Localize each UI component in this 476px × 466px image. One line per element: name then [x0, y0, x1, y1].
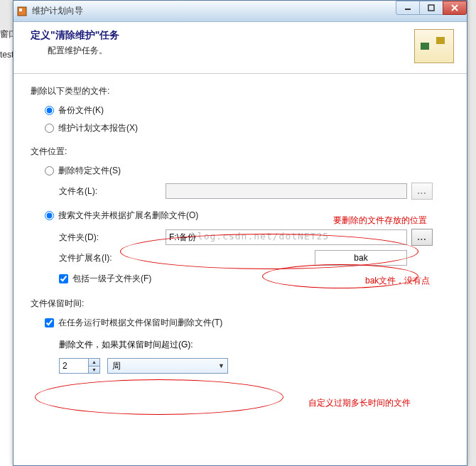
wizard-title: 定义"清除维护"任务: [31, 29, 119, 42]
wizard-icon: [414, 29, 454, 63]
age-number-input[interactable]: [60, 359, 88, 373]
browse-filename-button: ...: [411, 183, 433, 200]
filename-input: [166, 183, 407, 199]
annotation-text-age: 自定义过期多长时间的文件: [308, 397, 411, 409]
section-location-label: 文件位置:: [31, 146, 450, 158]
minimize-button[interactable]: [396, 1, 420, 15]
window-title: 维护计划向导: [32, 5, 83, 17]
checkbox-include-subfolder-label: 包括一级子文件夹(F): [72, 273, 151, 285]
bg-fragment-test: test: [0, 50, 13, 60]
radio-search-folder-label: 搜索文件夹并根据扩展名删除文件(O): [58, 210, 198, 222]
dialog-window: 维护计划向导 定义"清除维护"任务 配置维护任务。 删除以下类型的文件: 备份文…: [13, 0, 467, 466]
age-unit-select[interactable]: 周 ▼: [107, 358, 228, 374]
titlebar: 维护计划向导: [13, 1, 467, 22]
annotation-ellipse-age: [35, 379, 283, 415]
threshold-label: 删除文件，如果其保留时间超过(G):: [59, 339, 450, 351]
folder-label: 文件夹(D):: [59, 232, 166, 244]
ext-input[interactable]: [315, 250, 407, 266]
dialog-content: 删除以下类型的文件: 备份文件(K) 维护计划文本报告(X) 文件位置: 删除特…: [13, 74, 467, 385]
checkbox-delete-by-age[interactable]: [45, 318, 54, 327]
svg-rect-3: [428, 5, 434, 11]
chevron-down-icon: ▼: [218, 362, 225, 369]
radio-backup-file[interactable]: [45, 106, 54, 115]
wizard-header: 定义"清除维护"任务 配置维护任务。: [13, 22, 467, 74]
app-icon: [16, 6, 28, 17]
radio-report-file[interactable]: [45, 124, 54, 133]
section-retain-label: 文件保留时间:: [31, 298, 450, 310]
age-number-spinner[interactable]: ▲ ▼: [59, 358, 100, 374]
spinner-up-icon[interactable]: ▲: [89, 359, 99, 367]
close-button[interactable]: [443, 1, 467, 15]
ext-label: 文件扩展名(I):: [59, 252, 166, 264]
spinner-down-icon[interactable]: ▼: [89, 367, 99, 374]
svg-rect-1: [19, 9, 22, 11]
checkbox-delete-by-age-label: 在任务运行时根据文件保留时间删除文件(T): [58, 317, 222, 329]
checkbox-include-subfolder[interactable]: [59, 274, 68, 283]
filename-label: 文件名(L):: [59, 185, 166, 197]
browse-folder-button[interactable]: ...: [411, 229, 433, 246]
maximize-button[interactable]: [419, 1, 443, 15]
radio-delete-specific[interactable]: [45, 166, 54, 175]
radio-report-file-label: 维护计划文本报告(X): [58, 122, 138, 134]
radio-delete-specific-label: 删除特定文件(S): [58, 165, 121, 177]
radio-backup-file-label: 备份文件(K): [58, 104, 104, 116]
radio-search-folder[interactable]: [45, 211, 54, 220]
section-delete-type-label: 删除以下类型的文件:: [31, 85, 450, 97]
watermark-text: blog.csdn.net/dotNET25: [191, 231, 329, 242]
wizard-subtitle: 配置维护任务。: [48, 45, 119, 57]
age-unit-value: 周: [112, 360, 121, 372]
